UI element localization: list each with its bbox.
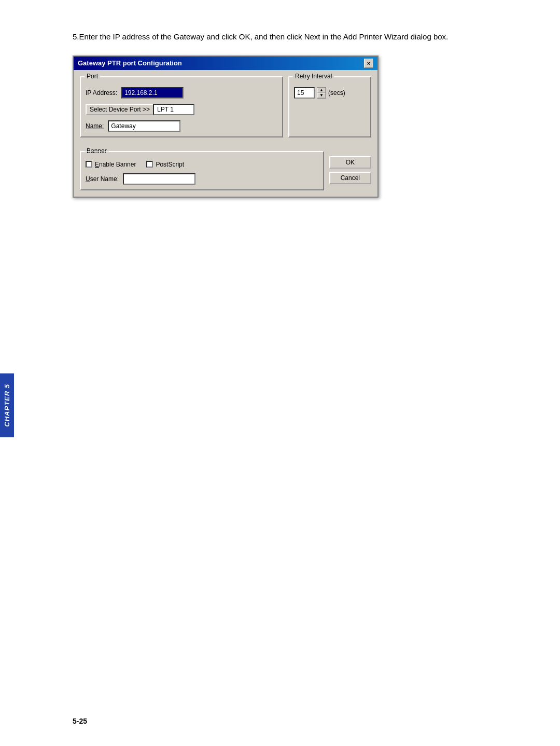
username-label-rest: ser Name: bbox=[90, 175, 119, 183]
dialog-titlebar: Gateway PTR port Configuration × bbox=[74, 57, 377, 70]
instruction-text: 5.Enter the IP address of the Gateway an… bbox=[73, 31, 498, 43]
retry-content: ▲ ▼ (secs) bbox=[294, 84, 366, 99]
enable-banner-label: Enable Banner bbox=[95, 161, 136, 168]
secs-label: (secs) bbox=[328, 89, 345, 96]
enable-banner-row: Enable Banner bbox=[86, 161, 136, 168]
spacer bbox=[80, 143, 371, 146]
dialog-main-row: Port IP Address: Select Device Port >> L… bbox=[80, 76, 371, 137]
banner-group-label: Banner bbox=[85, 147, 109, 155]
spinner-up-button[interactable]: ▲ bbox=[317, 88, 326, 93]
chapter-sidebar: CHAPTER 5 bbox=[0, 374, 14, 437]
port-group-label: Port bbox=[85, 73, 100, 80]
select-device-port-button[interactable]: Select Device Port >> bbox=[86, 104, 153, 115]
cancel-button[interactable]: Cancel bbox=[329, 172, 371, 184]
name-input[interactable] bbox=[108, 120, 180, 132]
port-group-content: IP Address: Select Device Port >> LPT 1 … bbox=[86, 84, 277, 132]
banner-checkboxes: Enable Banner PostScript bbox=[86, 161, 318, 168]
enable-banner-checkbox[interactable] bbox=[86, 161, 92, 168]
retry-interval-input[interactable] bbox=[294, 87, 315, 99]
username-input[interactable] bbox=[123, 173, 195, 185]
postscript-label: PostScript bbox=[156, 161, 184, 168]
username-label: User Name: bbox=[86, 175, 119, 183]
ip-address-input[interactable] bbox=[121, 87, 184, 99]
name-row: Name: bbox=[86, 120, 277, 132]
retry-groupbox: Retry Interval ▲ ▼ (secs) bbox=[288, 76, 371, 137]
banner-groupbox: Banner Enable Banner bbox=[80, 151, 324, 190]
dialog-window: Gateway PTR port Configuration × Port IP… bbox=[73, 56, 379, 198]
username-row: User Name: bbox=[86, 173, 318, 185]
enable-banner-label-rest: nable Banner bbox=[99, 161, 136, 168]
ok-button[interactable]: OK bbox=[329, 156, 371, 169]
retry-spinner: ▲ ▼ bbox=[317, 87, 326, 99]
name-label: Name: bbox=[86, 122, 104, 130]
dialog-title: Gateway PTR port Configuration bbox=[78, 59, 182, 67]
spinner-down-button[interactable]: ▼ bbox=[317, 93, 326, 98]
dialog-body: Port IP Address: Select Device Port >> L… bbox=[74, 70, 377, 197]
name-label-text: ame: bbox=[90, 122, 104, 130]
banner-content: Enable Banner PostScript User Name: bbox=[86, 159, 318, 185]
close-button[interactable]: × bbox=[364, 59, 373, 68]
dialog-buttons: OK Cancel bbox=[329, 151, 371, 184]
dialog-bottom: Banner Enable Banner bbox=[80, 151, 371, 190]
postscript-checkbox[interactable] bbox=[146, 161, 153, 168]
port-display: LPT 1 bbox=[153, 104, 194, 115]
retry-group-label: Retry Interval bbox=[293, 73, 334, 80]
ip-address-row: IP Address: bbox=[86, 87, 277, 99]
ip-address-label: IP Address: bbox=[86, 89, 117, 96]
page-number: 5-25 bbox=[73, 717, 87, 725]
postscript-row: PostScript bbox=[146, 161, 184, 168]
port-groupbox: Port IP Address: Select Device Port >> L… bbox=[80, 76, 283, 137]
select-device-port-row: Select Device Port >> LPT 1 bbox=[86, 104, 277, 115]
